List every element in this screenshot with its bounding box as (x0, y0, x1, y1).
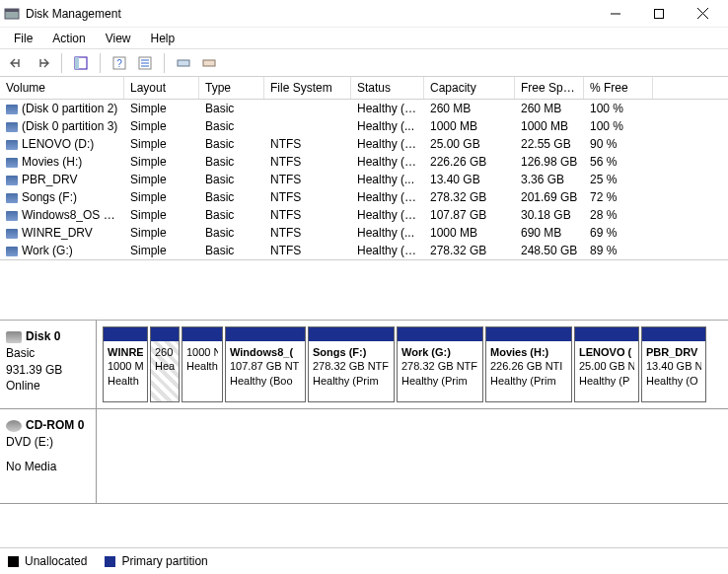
disk0-label[interactable]: Disk 0 Basic 931.39 GB Online (0, 321, 97, 408)
volume-capacity: 13.40 GB (424, 172, 515, 187)
partition-block[interactable]: Songs (F:)278.32 GB NTFHealthy (Prim (308, 326, 395, 402)
volume-row[interactable]: Work (G:)SimpleBasicNTFSHealthy (P...278… (0, 242, 728, 259)
volume-pfree: 69 % (584, 225, 653, 241)
volume-row[interactable]: LENOVO (D:)SimpleBasicNTFSHealthy (P...2… (0, 135, 728, 153)
volume-layout: Simple (124, 189, 199, 205)
partition-size: 278.32 GB NTF (313, 359, 390, 373)
partition-size: 278.32 GB NTF (401, 359, 478, 373)
cdrom-name: CD-ROM 0 (26, 417, 84, 434)
volume-row[interactable]: Movies (H:)SimpleBasicNTFSHealthy (P...2… (0, 153, 728, 171)
partition-name: WINRE (108, 345, 143, 359)
volume-icon (6, 247, 18, 256)
partition-size: 226.26 GB NTI (490, 359, 567, 373)
volume-pfree: 90 % (584, 136, 653, 152)
toolbar-action2-button[interactable] (198, 52, 220, 74)
volume-status: Healthy (P... (351, 189, 424, 205)
partition-block[interactable]: 1000 NHealth (182, 326, 223, 402)
partition-header (575, 327, 638, 341)
volume-status: Healthy (... (351, 225, 424, 241)
partition-block[interactable]: Windows8_(107.87 GB NTHealthy (Boo (225, 326, 306, 402)
volume-fs: NTFS (264, 225, 351, 241)
partition-name: Songs (F:) (313, 345, 390, 359)
volume-icon (6, 158, 18, 168)
partition-block[interactable]: Work (G:)278.32 GB NTFHealthy (Prim (397, 326, 483, 402)
volume-row[interactable]: Songs (F:)SimpleBasicNTFSHealthy (P...27… (0, 188, 728, 206)
col-volume-header[interactable]: Volume (0, 77, 124, 99)
volume-layout: Simple (124, 172, 199, 187)
cdrom-row: CD-ROM 0 DVD (E:) No Media (0, 409, 728, 504)
volume-name: Songs (F:) (22, 190, 77, 204)
partition-header (226, 327, 305, 341)
volume-icon (6, 122, 18, 132)
volume-free: 260 MB (515, 101, 584, 116)
partition-status: Health (186, 359, 218, 373)
volume-row[interactable]: (Disk 0 partition 2)SimpleBasicHealthy (… (0, 100, 728, 117)
volume-row[interactable]: WINRE_DRVSimpleBasicNTFSHealthy (...1000… (0, 224, 728, 242)
col-status-header[interactable]: Status (351, 77, 424, 99)
col-layout-header[interactable]: Layout (124, 77, 199, 99)
volume-fs: NTFS (264, 172, 351, 187)
volume-pfree: 25 % (584, 172, 653, 187)
menu-help[interactable]: Help (141, 30, 185, 47)
menu-file[interactable]: File (4, 30, 42, 47)
volume-status: Healthy (E... (351, 101, 424, 116)
volume-layout: Simple (124, 225, 199, 241)
volume-layout: Simple (124, 118, 199, 134)
volume-pfree: 28 % (584, 207, 653, 223)
volume-pfree: 72 % (584, 189, 653, 205)
partition-name: LENOVO ( (579, 345, 634, 359)
volume-status: Healthy (B... (351, 207, 424, 223)
menu-action[interactable]: Action (42, 30, 95, 47)
legend-primary-label: Primary partition (121, 554, 207, 568)
maximize-button[interactable] (637, 0, 681, 28)
volume-layout: Simple (124, 154, 199, 170)
toolbar-action1-button[interactable] (173, 52, 194, 74)
partition-header (486, 327, 571, 341)
volume-capacity: 278.32 GB (424, 243, 515, 258)
toolbar-layout-button[interactable] (70, 52, 92, 74)
volume-name: Movies (H:) (22, 155, 82, 169)
volume-icon (6, 105, 18, 114)
volume-pfree: 100 % (584, 101, 653, 116)
toolbar-settings-button[interactable] (134, 52, 156, 74)
volume-pfree: 89 % (584, 243, 653, 258)
partition-size: 1000 M (108, 359, 143, 373)
cdrom-icon (6, 420, 22, 432)
partition-block[interactable]: 260 IHeal (150, 326, 180, 402)
volume-row[interactable]: PBR_DRVSimpleBasicNTFSHealthy (...13.40 … (0, 171, 728, 188)
partition-status: Healthy (Prim (490, 374, 567, 388)
col-pfree-header[interactable]: % Free (584, 77, 653, 99)
volume-free: 1000 MB (515, 118, 584, 134)
col-capacity-header[interactable]: Capacity (424, 77, 515, 99)
volume-pfree: 100 % (584, 118, 653, 134)
volume-pfree: 56 % (584, 154, 653, 170)
cdrom-label[interactable]: CD-ROM 0 DVD (E:) No Media (0, 409, 97, 503)
volume-name: WINRE_DRV (22, 226, 93, 240)
volume-row[interactable]: (Disk 0 partition 3)SimpleBasicHealthy (… (0, 117, 728, 135)
partition-status: Healthy (O (646, 374, 701, 388)
partition-status: Healthy (Prim (313, 374, 390, 388)
volume-row[interactable]: Windows8_OS (C:)SimpleBasicNTFSHealthy (… (0, 206, 728, 224)
partition-header (182, 327, 222, 341)
col-type-header[interactable]: Type (199, 77, 264, 99)
partition-header (398, 327, 482, 341)
col-fs-header[interactable]: File System (264, 77, 351, 99)
close-button[interactable] (681, 0, 724, 28)
toolbar-help-button[interactable]: ? (109, 52, 130, 74)
volume-name: (Disk 0 partition 2) (22, 102, 117, 115)
partition-block[interactable]: Movies (H:)226.26 GB NTIHealthy (Prim (485, 326, 572, 402)
svg-rect-14 (178, 60, 189, 66)
minimize-button[interactable] (594, 0, 637, 28)
volume-icon (6, 176, 18, 185)
nav-forward-button[interactable] (32, 52, 53, 74)
volume-capacity: 1000 MB (424, 118, 515, 134)
disk0-type: Basic (6, 345, 90, 362)
menu-view[interactable]: View (96, 30, 141, 47)
col-free-header[interactable]: Free Spa... (515, 77, 584, 99)
partition-block[interactable]: PBR_DRV13.40 GB NHealthy (O (641, 326, 706, 402)
partition-block[interactable]: WINRE1000 MHealth (103, 326, 148, 402)
volume-type: Basic (199, 207, 264, 223)
nav-back-button[interactable] (6, 52, 28, 74)
legend-unallocated: Unallocated (8, 554, 87, 568)
partition-block[interactable]: LENOVO (25.00 GB NHealthy (P (574, 326, 639, 402)
